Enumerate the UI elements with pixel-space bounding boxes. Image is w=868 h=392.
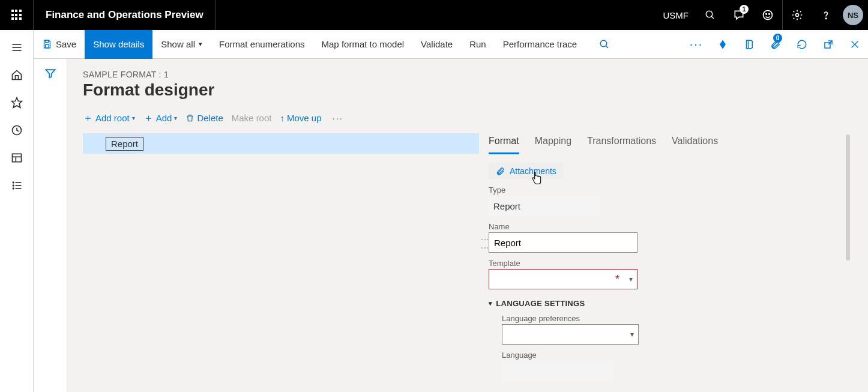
arrow-up-icon: ↑	[280, 113, 285, 123]
nav-favorites-button[interactable]	[0, 89, 34, 116]
user-avatar[interactable]: NS	[843, 5, 863, 25]
svg-rect-22	[46, 44, 49, 48]
svg-point-2	[764, 11, 773, 20]
performance-trace-button[interactable]: Performance trace	[495, 30, 585, 59]
type-field: Type Report	[489, 185, 639, 216]
tree-node-label: Report	[106, 137, 143, 151]
refresh-icon	[797, 39, 807, 50]
language-settings-header[interactable]: ▾ LANGUAGE SETTINGS	[489, 299, 834, 308]
language-preferences-label: Language preferences	[502, 314, 652, 323]
office-button[interactable]	[736, 30, 762, 59]
delete-button[interactable]: Delete	[185, 113, 223, 123]
environment-label[interactable]: USMF	[656, 10, 696, 20]
find-button[interactable]	[591, 30, 618, 59]
validate-button[interactable]: Validate	[412, 30, 461, 59]
list-icon	[11, 179, 23, 191]
attachments-link[interactable]: Attachments	[489, 163, 564, 179]
save-button[interactable]: Save	[34, 30, 85, 59]
svg-point-19	[13, 188, 14, 189]
tab-validations[interactable]: Validations	[672, 133, 718, 154]
command-bar: Save Show details Show all ▾ Format enum…	[34, 30, 868, 59]
main-content: SAMPLE FORMAT : 1 Format designer ＋ Add …	[67, 59, 868, 392]
show-all-button[interactable]: Show all ▾	[152, 30, 211, 59]
attachments-button[interactable]: 0	[762, 30, 789, 59]
close-icon	[850, 40, 860, 49]
scrollbar-thumb[interactable]	[846, 134, 850, 261]
template-field: Template * ▾	[489, 259, 639, 289]
add-root-button[interactable]: ＋ Add root ▾	[83, 111, 135, 125]
tree-row-selected[interactable]: Report	[83, 133, 479, 154]
format-enumerations-button[interactable]: Format enumerations	[211, 30, 313, 59]
name-label: Name	[489, 222, 639, 231]
power-apps-button[interactable]	[710, 30, 736, 59]
run-button[interactable]: Run	[461, 30, 495, 59]
svg-point-5	[796, 14, 799, 17]
global-header: Finance and Operations Preview USMF 1 NS	[0, 0, 868, 30]
nav-recent-button[interactable]	[0, 116, 34, 144]
template-label: Template	[489, 259, 639, 268]
paperclip-icon	[496, 167, 505, 176]
page-title: Format designer	[83, 80, 852, 100]
nav-expand-button[interactable]	[0, 34, 34, 61]
popout-icon	[823, 39, 834, 50]
language-field: Language	[502, 351, 652, 381]
make-root-button: Make root	[232, 113, 272, 123]
close-button[interactable]	[842, 30, 868, 59]
language-preferences-field: Language preferences ▾	[502, 314, 652, 345]
required-icon: *	[615, 273, 619, 286]
chevron-down-icon: ▾	[132, 115, 135, 121]
chevron-down-icon: ▾	[174, 115, 177, 121]
search-button[interactable]	[696, 0, 725, 30]
splitter-grip-icon[interactable]: ⋮⋮	[480, 235, 490, 252]
svg-point-4	[769, 14, 770, 15]
tab-format[interactable]: Format	[489, 133, 519, 154]
workspace-icon	[11, 152, 23, 164]
add-button[interactable]: ＋ Add ▾	[143, 111, 178, 125]
type-value: Report	[489, 196, 600, 216]
language-label: Language	[502, 351, 652, 360]
notifications-button[interactable]: 1	[725, 0, 753, 30]
show-details-button[interactable]: Show details	[85, 30, 152, 59]
move-up-button[interactable]: ↑ Move up	[280, 113, 321, 123]
plus-icon: ＋	[143, 111, 154, 125]
designer-toolbar: ＋ Add root ▾ ＋ Add ▾ Delete Make root ↑ …	[83, 106, 852, 130]
nav-home-button[interactable]	[0, 61, 34, 89]
tab-transformations[interactable]: Transformations	[587, 133, 656, 154]
popup-button[interactable]	[815, 30, 842, 59]
nav-workspaces-button[interactable]	[0, 144, 34, 172]
gear-icon	[791, 9, 803, 21]
language-preferences-select[interactable]	[502, 324, 639, 345]
save-icon	[42, 39, 52, 49]
settings-button[interactable]	[783, 0, 812, 30]
app-title: Finance and Operations Preview	[34, 0, 216, 30]
caret-down-icon: ▾	[489, 300, 492, 307]
save-label: Save	[56, 39, 76, 49]
svg-point-6	[825, 18, 827, 19]
svg-line-24	[606, 46, 608, 48]
svg-point-17	[13, 185, 14, 186]
refresh-button[interactable]	[789, 30, 815, 59]
help-icon	[820, 9, 832, 21]
svg-point-0	[706, 11, 713, 17]
name-input[interactable]	[489, 232, 637, 253]
left-nav-rail	[0, 30, 34, 392]
show-details-label: Show details	[93, 39, 144, 49]
map-format-button[interactable]: Map format to model	[313, 30, 413, 59]
book-icon	[744, 39, 755, 50]
app-launcher-button[interactable]	[0, 0, 34, 30]
tab-mapping[interactable]: Mapping	[535, 133, 571, 154]
diamond-icon	[717, 38, 729, 50]
language-value	[502, 361, 613, 381]
type-label: Type	[489, 185, 639, 194]
home-icon	[11, 69, 23, 81]
hamburger-icon	[11, 41, 23, 53]
format-tree: Report	[83, 133, 479, 392]
overflow-button[interactable]: ···	[683, 30, 710, 59]
toolbar-overflow-button[interactable]: ···	[330, 113, 346, 123]
trash-icon	[185, 113, 194, 122]
filter-button[interactable]	[44, 67, 56, 392]
feedback-button[interactable]	[753, 0, 782, 30]
chevron-down-icon: ▾	[199, 40, 202, 48]
help-button[interactable]	[812, 0, 840, 30]
nav-modules-button[interactable]	[0, 172, 34, 199]
